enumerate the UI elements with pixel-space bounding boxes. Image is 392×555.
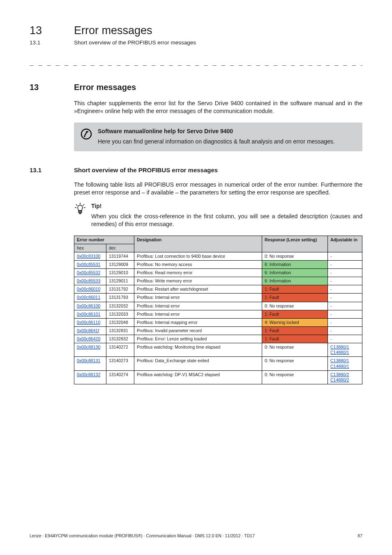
error-hex-link[interactable]: 0x00c85533 (77, 278, 100, 283)
table-row: 0x00c8553213129010Profibus: Read memory … (74, 269, 362, 277)
error-designation: Profibus: Internal error (134, 302, 262, 310)
error-hex-link[interactable]: 0x00c86110 (77, 320, 100, 325)
adjustable-link[interactable]: C13880/1 (330, 358, 349, 363)
error-hex-link[interactable]: 0x00c86420 (77, 336, 100, 341)
table-row: 0x00c8610113132033Profibus: Internal err… (74, 310, 362, 318)
error-dec: 13131793 (106, 294, 134, 302)
error-adjustable: - (328, 326, 362, 335)
adjustable-link[interactable]: C14880/1 (330, 364, 349, 369)
error-adjustable: - (328, 269, 362, 277)
svg-line-4 (83, 204, 84, 206)
callout-body: Here you can find general information on… (98, 138, 356, 146)
subsection-intro: The following table lists all PROFIBUS e… (74, 181, 362, 197)
adjustable-link[interactable]: C13880/2 (330, 372, 349, 377)
error-hex-link[interactable]: 0x00c88131 (77, 358, 100, 363)
error-hex-link[interactable]: 0x00c88132 (77, 372, 100, 377)
header-chapter-title: Error messages (74, 24, 152, 37)
th-response: Response (Lenze setting) (262, 236, 328, 252)
error-response: 0: No response (262, 357, 328, 370)
error-response: 0: No response (262, 370, 328, 384)
header-sub-title: Short overview of the PROFIBUS error mes… (74, 39, 196, 46)
error-table: Error number Designation Response (Lenze… (74, 236, 362, 384)
error-designation: Profibus: No memory access (134, 260, 262, 268)
error-dec: 13129011 (106, 277, 134, 285)
error-response: 1: Fault (262, 285, 328, 294)
error-response: 1: Fault (262, 310, 328, 318)
section-title: Error messages (74, 83, 136, 92)
th-designation: Designation (134, 236, 262, 252)
svg-point-1 (84, 136, 85, 137)
error-designation: Profibus: Internal mapping error (134, 318, 262, 326)
error-designation: Profibus: Data_Exchange state exited (134, 357, 262, 370)
error-adjustable: - (328, 335, 362, 343)
info-callout: Software manual/online help for Servo Dr… (74, 123, 362, 151)
svg-rect-8 (79, 212, 82, 213)
header-chapter-num: 13 (30, 24, 42, 37)
error-hex-link[interactable]: 0x00c85531 (77, 262, 100, 267)
adjustable-link[interactable]: C13880/1 (330, 345, 349, 349)
divider: _ _ _ _ _ _ _ _ _ _ _ _ _ _ _ _ _ _ _ _ … (30, 59, 362, 68)
error-hex-link[interactable]: 0x00c86010 (77, 287, 100, 291)
error-dec: 13132832 (106, 335, 134, 343)
header-sub-num: 13.1 (30, 39, 40, 46)
table-row: 0x00c8310013119744Profibus: Lost connect… (74, 252, 362, 260)
table-row: 0x00c8813013140272Profibus watchdog: Mon… (74, 343, 362, 357)
error-response: 1: Fault (262, 294, 328, 302)
table-row: 0x00c8601013131792Profibus: Restart afte… (74, 285, 362, 294)
section-number: 13 (30, 83, 39, 92)
error-dec: 13140273 (106, 357, 134, 370)
error-response: 4: Warning locked (262, 318, 328, 326)
error-hex-link[interactable]: 0x00c88130 (77, 345, 100, 349)
error-adjustable: C13880/1C14880/1 (328, 357, 362, 370)
error-hex-link[interactable]: 0x00c8641f (77, 328, 99, 333)
adjustable-link[interactable]: C14880/1 (330, 350, 349, 355)
svg-point-0 (81, 129, 91, 139)
error-response: 0: No response (262, 252, 328, 260)
error-response: 6: Information (262, 277, 328, 285)
error-hex-link[interactable]: 0x00c83100 (77, 254, 100, 259)
table-row: 0x00c8813213140274Profibus watchdog: DP-… (74, 370, 362, 384)
error-designation: Profibus: Error: Lenze setting loaded (134, 335, 262, 343)
error-hex-link[interactable]: 0x00c86011 (77, 295, 100, 300)
error-adjustable: C13880/2C14880/2 (328, 370, 362, 384)
error-designation: Profibus: Internal error (134, 294, 262, 302)
error-adjustable: - (328, 252, 362, 260)
adjustable-link[interactable]: C14880/2 (330, 377, 349, 382)
table-row: 0x00c8611013132048Profibus: Internal map… (74, 318, 362, 326)
error-designation: Profibus watchdog: Monitoring time elaps… (134, 343, 262, 357)
error-designation: Profibus: Internal error (134, 310, 262, 318)
error-dec: 13140274 (106, 370, 134, 384)
error-response: 6: Information (262, 269, 328, 277)
error-adjustable: - (328, 294, 362, 302)
error-dec: 13132032 (106, 302, 134, 310)
subsection-title: Short overview of the PROFIBUS error mes… (74, 166, 218, 173)
error-dec: 13132048 (106, 318, 134, 326)
error-adjustable: - (328, 277, 362, 285)
svg-line-3 (76, 204, 77, 206)
error-adjustable: - (328, 285, 362, 294)
error-adjustable: - (328, 302, 362, 310)
table-row: 0x00c8601113131793Profibus: Internal err… (74, 294, 362, 302)
error-hex-link[interactable]: 0x00c85532 (77, 270, 100, 275)
callout-title: Software manual/online help for Servo Dr… (98, 127, 356, 135)
tip-label: Tip! (91, 202, 362, 210)
error-hex-link[interactable]: 0x00c86100 (77, 303, 100, 308)
error-hex-link[interactable]: 0x00c86101 (77, 312, 100, 317)
table-row: 0x00c8641f13132831Profibus: Invalid para… (74, 326, 362, 335)
error-dec: 13131792 (106, 285, 134, 294)
error-response: 1: Fault (262, 326, 328, 335)
error-dec: 13119744 (106, 252, 134, 260)
th-dec: dec (106, 244, 134, 252)
table-row: 0x00c8553313129011Profibus: Write memory… (74, 277, 362, 285)
error-response: 6: Information (262, 260, 328, 268)
error-response: 0: No response (262, 343, 328, 357)
error-response: 0: No response (262, 302, 328, 310)
table-row: 0x00c8610013132032Profibus: Internal err… (74, 302, 362, 310)
subsection-number: 13.1 (30, 166, 42, 173)
table-row: 0x00c8642013132832Profibus: Error: Lenze… (74, 335, 362, 343)
lightbulb-icon (74, 202, 86, 228)
info-icon (81, 128, 92, 146)
table-row: 0x00c8553113129009Profibus: No memory ac… (74, 260, 362, 268)
error-designation: Profibus: Write memory error (134, 277, 262, 285)
error-designation: Profibus watchdog: DP-V1 MSAC2 elapsed (134, 370, 262, 384)
